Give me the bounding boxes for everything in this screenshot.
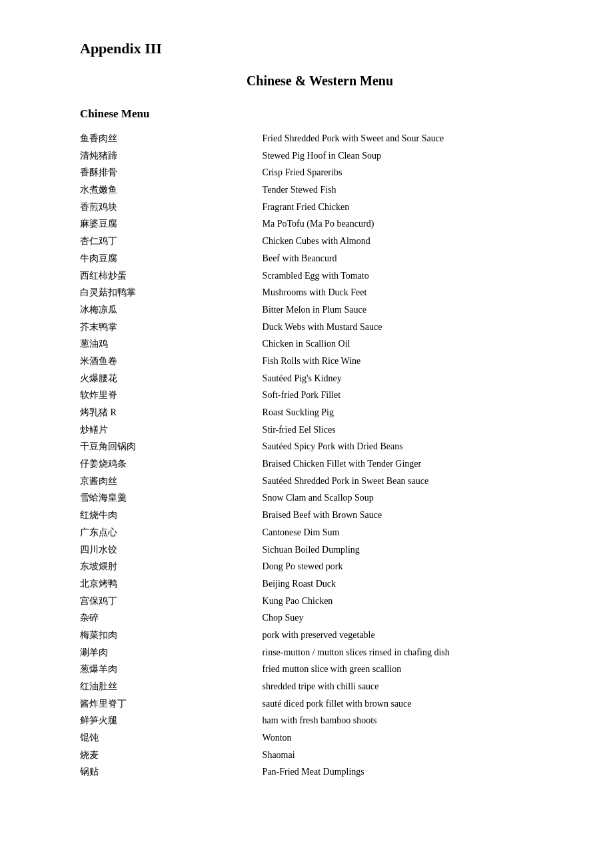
menu-chinese: 葱爆羊肉 — [80, 661, 263, 678]
menu-chinese: 北京烤鸭 — [80, 575, 263, 593]
menu-chinese: 牛肉豆腐 — [80, 250, 263, 267]
menu-row: 广东点心Cantonese Dim Sum — [80, 524, 560, 541]
menu-chinese: 仔姜烧鸡条 — [80, 455, 263, 473]
menu-row: 红烧牛肉Braised Beef with Brown Sauce — [80, 507, 560, 524]
menu-row: 锅贴Pan-Fried Meat Dumplings — [80, 763, 560, 781]
menu-row: 东坡煨肘Dong Po stewed pork — [80, 558, 560, 575]
menu-row: 干豆角回锅肉Sautéed Spicy Pork with Dried Bean… — [80, 438, 560, 455]
menu-row: 酱炸里脊丁sauté diced pork fillet with brown … — [80, 695, 560, 713]
menu-chinese: 东坡煨肘 — [80, 558, 263, 575]
menu-row: 仔姜烧鸡条Braised Chicken Fillet with Tender … — [80, 455, 560, 473]
menu-english: pork with preserved vegetable — [263, 627, 560, 644]
menu-row: 白灵菇扣鸭掌Mushrooms with Duck Feet — [80, 284, 560, 301]
menu-english: Duck Webs with Mustard Sauce — [263, 319, 560, 336]
menu-english: Kung Pao Chicken — [263, 593, 560, 610]
menu-chinese: 杂碎 — [80, 609, 263, 627]
menu-row: 麻婆豆腐Ma PoTofu (Ma Po beancurd) — [80, 215, 560, 233]
menu-row: 芥末鸭掌Duck Webs with Mustard Sauce — [80, 319, 560, 336]
menu-english: ham with fresh bamboo shoots — [263, 712, 560, 729]
menu-english: Fragrant Fried Chicken — [263, 199, 560, 216]
menu-english: Soft-fried Pork Fillet — [263, 387, 560, 404]
menu-chinese: 红烧牛肉 — [80, 507, 263, 524]
menu-row: 米酒鱼卷Fish Rolls with Rice Wine — [80, 353, 560, 370]
menu-chinese: 米酒鱼卷 — [80, 353, 263, 370]
menu-english: Crisp Fried Spareribs — [263, 164, 560, 181]
menu-chinese: 西红柿炒蛋 — [80, 267, 263, 285]
menu-chinese: 宫保鸡丁 — [80, 593, 263, 610]
menu-chinese: 冰梅凉瓜 — [80, 301, 263, 319]
menu-english: shredded tripe with chilli sauce — [263, 678, 560, 695]
menu-chinese: 炒鳝片 — [80, 421, 263, 439]
menu-english: Fried Shredded Pork with Sweet and Sour … — [263, 130, 560, 147]
menu-english: Sautéed Shredded Pork in Sweet Bean sauc… — [263, 473, 560, 490]
menu-row: 杏仁鸡丁Chicken Cubes with Almond — [80, 233, 560, 250]
menu-row: 宫保鸡丁Kung Pao Chicken — [80, 593, 560, 610]
menu-chinese: 麻婆豆腐 — [80, 215, 263, 233]
menu-row: 四川水饺Sichuan Boiled Dumpling — [80, 541, 560, 559]
menu-row: 红油肚丝shredded tripe with chilli sauce — [80, 678, 560, 695]
menu-row: 火爆腰花Sautéed Pig's Kidney — [80, 370, 560, 387]
menu-english: Fish Rolls with Rice Wine — [263, 353, 560, 370]
menu-row: 香煎鸡块Fragrant Fried Chicken — [80, 199, 560, 216]
menu-row: 西红柿炒蛋Scrambled Egg with Tomato — [80, 267, 560, 285]
appendix-title: Appendix III — [80, 40, 560, 57]
menu-english: Snow Clam and Scallop Soup — [263, 489, 560, 507]
menu-chinese: 软炸里脊 — [80, 387, 263, 404]
menu-english: Beef with Beancurd — [263, 250, 560, 267]
menu-row: 涮羊肉rinse-mutton / mutton slices rinsed i… — [80, 644, 560, 661]
menu-english: Roast Suckling Pig — [263, 404, 560, 421]
menu-english: Chop Suey — [263, 609, 560, 627]
menu-english: Wonton — [263, 729, 560, 747]
menu-row: 烤乳猪 RRoast Suckling Pig — [80, 404, 560, 421]
menu-english: sauté diced pork fillet with brown sauce — [263, 695, 560, 713]
menu-row: 梅菜扣肉pork with preserved vegetable — [80, 627, 560, 644]
menu-english: Pan-Fried Meat Dumplings — [263, 763, 560, 781]
menu-chinese: 涮羊肉 — [80, 644, 263, 661]
menu-row: 冰梅凉瓜Bitter Melon in Plum Sauce — [80, 301, 560, 319]
menu-chinese: 水煮嫩鱼 — [80, 181, 263, 199]
menu-row: 京酱肉丝Sautéed Shredded Pork in Sweet Bean … — [80, 473, 560, 490]
menu-chinese: 梅菜扣肉 — [80, 627, 263, 644]
menu-row: 清炖猪蹄Stewed Pig Hoof in Clean Soup — [80, 147, 560, 165]
menu-english: Sichuan Boiled Dumpling — [263, 541, 560, 559]
menu-chinese: 鲜笋火腿 — [80, 712, 263, 729]
menu-english: fried mutton slice with green scallion — [263, 661, 560, 678]
menu-english: Bitter Melon in Plum Sauce — [263, 301, 560, 319]
menu-english: Cantonese Dim Sum — [263, 524, 560, 541]
menu-english: Chicken Cubes with Almond — [263, 233, 560, 250]
menu-row: 雪蛤海皇羹Snow Clam and Scallop Soup — [80, 489, 560, 507]
menu-chinese: 清炖猪蹄 — [80, 147, 263, 165]
menu-row: 馄饨Wonton — [80, 729, 560, 747]
menu-english: Ma PoTofu (Ma Po beancurd) — [263, 215, 560, 233]
menu-chinese: 葱油鸡 — [80, 335, 263, 353]
main-title: Chinese & Western Menu — [80, 73, 560, 89]
menu-english: Braised Chicken Fillet with Tender Ginge… — [263, 455, 560, 473]
menu-english: Stir-fried Eel Slices — [263, 421, 560, 439]
menu-row: 葱油鸡Chicken in Scallion Oil — [80, 335, 560, 353]
menu-english: Sautéed Pig's Kidney — [263, 370, 560, 387]
menu-chinese: 四川水饺 — [80, 541, 263, 559]
menu-english: rinse-mutton / mutton slices rinsed in c… — [263, 644, 560, 661]
menu-row: 软炸里脊Soft-fried Pork Fillet — [80, 387, 560, 404]
menu-chinese: 香酥排骨 — [80, 164, 263, 181]
menu-chinese: 酱炸里脊丁 — [80, 695, 263, 713]
menu-english: Beijing Roast Duck — [263, 575, 560, 593]
menu-chinese: 鱼香肉丝 — [80, 130, 263, 147]
menu-table: 鱼香肉丝Fried Shredded Pork with Sweet and S… — [80, 130, 560, 781]
menu-chinese: 火爆腰花 — [80, 370, 263, 387]
menu-row: 葱爆羊肉fried mutton slice with green scalli… — [80, 661, 560, 678]
menu-chinese: 广东点心 — [80, 524, 263, 541]
menu-english: Dong Po stewed pork — [263, 558, 560, 575]
menu-row: 烧麦Shaomai — [80, 747, 560, 764]
menu-chinese: 烧麦 — [80, 747, 263, 764]
menu-row: 杂碎Chop Suey — [80, 609, 560, 627]
menu-row: 水煮嫩鱼Tender Stewed Fish — [80, 181, 560, 199]
menu-chinese: 杏仁鸡丁 — [80, 233, 263, 250]
menu-english: Stewed Pig Hoof in Clean Soup — [263, 147, 560, 165]
menu-chinese: 香煎鸡块 — [80, 199, 263, 216]
menu-row: 北京烤鸭Beijing Roast Duck — [80, 575, 560, 593]
menu-chinese: 京酱肉丝 — [80, 473, 263, 490]
menu-chinese: 烤乳猪 R — [80, 404, 263, 421]
menu-row: 香酥排骨Crisp Fried Spareribs — [80, 164, 560, 181]
menu-english: Tender Stewed Fish — [263, 181, 560, 199]
